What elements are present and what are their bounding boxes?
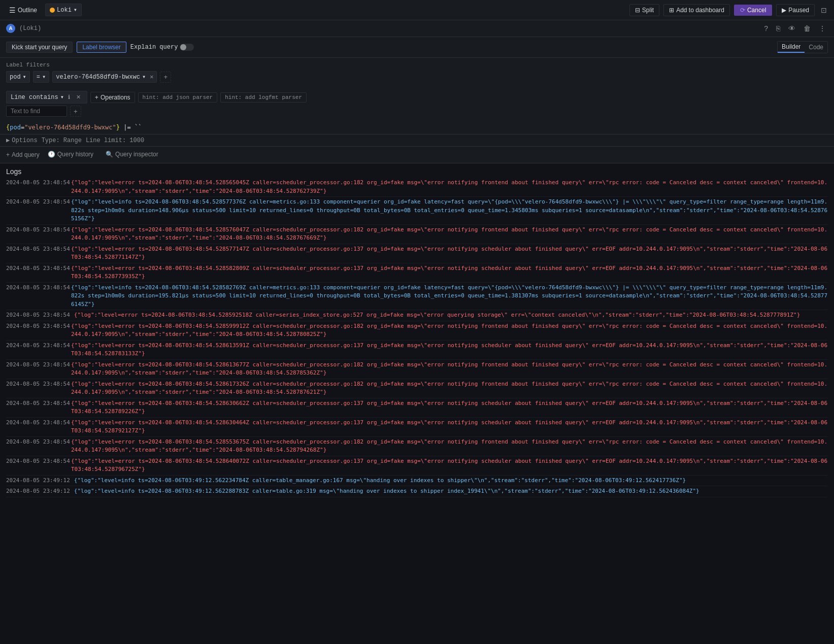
log-entry[interactable]: 2024-08-05 23:48:54{"log":"level=error t… [6, 360, 828, 379]
log-entry[interactable]: 2024-08-05 23:48:54{"log":"level=error t… [6, 341, 828, 360]
query-row-header: A (Loki) ? ⎘ 👁 🗑 ⋮ [0, 20, 834, 37]
options-type: Type: Range [42, 137, 82, 144]
query-tabs: + Add query 🕐 Query history 🔍 Query insp… [0, 146, 834, 163]
hint-logfmt-parser[interactable]: hint: add logfmt parser [220, 92, 307, 103]
query-expression: {pod="velero-764d58dfd9-bwxwc"} |= `` [0, 121, 834, 134]
action-buttons-row: Kick start your query Label browser Expl… [0, 37, 834, 58]
line-contains-badge[interactable]: Line contains ▾ ℹ ✕ [6, 91, 87, 104]
add-to-dashboard-label: Add to dashboard [676, 7, 724, 14]
label-filters-title: Label filters [6, 62, 828, 68]
line-contains-controls: Line contains ▾ ℹ ✕ + Operations hint: a… [6, 91, 307, 104]
line-contains-info-icon[interactable]: ℹ [66, 93, 72, 101]
query-more-icon[interactable]: ⋮ [817, 23, 828, 33]
top-bar-right: ⊟ Split ⊞ Add to dashboard ⟳ Cancel ▶ Pa… [629, 4, 829, 16]
log-entry[interactable]: 2024-08-05 23:48:54{"log":"level=error t… [6, 178, 828, 197]
filter-key-value: pod [10, 74, 21, 81]
fullscreen-button[interactable]: ⊡ [819, 5, 829, 15]
log-text: {"log":"level=error ts=2024-08-06T03:48:… [71, 380, 828, 397]
options-toggle[interactable]: ▶ Options [6, 137, 38, 144]
play-icon: ▶ [782, 7, 786, 14]
add-line-contains-btn[interactable]: + [70, 106, 81, 117]
top-bar: ☰ Outline Loki ▾ ⊟ Split ⊞ Add to dashbo… [0, 0, 834, 20]
split-button[interactable]: ⊟ Split [629, 4, 659, 16]
query-panel: A (Loki) ? ⎘ 👁 🗑 ⋮ Kick start your query… [0, 20, 834, 163]
filter-key-select[interactable]: pod ▾ [6, 71, 30, 83]
filter-operator-select[interactable]: = ▾ [33, 71, 49, 83]
datasource-select[interactable]: Loki ▾ [45, 4, 82, 16]
query-label: A [6, 24, 15, 33]
options-line-limit: Line limit: 1000 [86, 137, 144, 144]
log-time: 2024-08-05 23:48:54 [6, 284, 67, 292]
add-query-button[interactable]: + Add query [6, 151, 40, 158]
log-time: 2024-08-05 23:48:54 [6, 179, 67, 187]
log-entry[interactable]: 2024-08-05 23:48:54{"log":"level=info ts… [6, 283, 828, 311]
outline-button[interactable]: ☰ Outline [5, 4, 41, 16]
add-to-dashboard-button[interactable]: ⊞ Add to dashboard [663, 4, 730, 16]
code-mode-button[interactable]: Code [805, 42, 827, 53]
log-time: 2024-08-05 23:48:54 [6, 438, 67, 447]
chevron-right-icon: ▶ [6, 137, 10, 144]
spinner-icon: ⟳ [740, 7, 745, 14]
log-time: 2024-08-05 23:48:54 [6, 245, 67, 254]
operations-button[interactable]: + Operations [90, 92, 135, 103]
filter-key-chevron: ▾ [23, 73, 26, 81]
filter-value-close-icon[interactable]: ✕ [150, 73, 153, 81]
cancel-button[interactable]: ⟳ Cancel [734, 5, 772, 16]
logs-panel[interactable]: Logs 2024-08-05 23:48:54{"log":"level=er… [0, 163, 834, 559]
label-filters-section: Label filters pod ▾ = ▾ velero-764d58dfd… [0, 58, 834, 87]
query-actions: ? ⎘ 👁 🗑 ⋮ [762, 23, 828, 33]
log-entry[interactable]: 2024-08-05 23:48:54{"log":"level=error t… [6, 225, 828, 244]
expr-pipe: |= `` [120, 124, 142, 131]
log-entry[interactable]: 2024-08-05 23:48:54{"log":"level=error t… [6, 321, 828, 341]
log-entry[interactable]: 2024-08-05 23:48:54{"log":"level=error t… [6, 244, 828, 263]
log-text: {"log":"level=error ts=2024-08-06T03:48:… [71, 264, 828, 281]
log-entry[interactable]: 2024-08-05 23:48:54{"log":"level=info ts… [6, 197, 828, 225]
plus-icon: + [95, 94, 98, 101]
log-entry[interactable]: 2024-08-05 23:48:54{"log":"level=error t… [6, 418, 828, 437]
add-filter-button[interactable]: + [160, 72, 171, 83]
query-duplicate-icon[interactable]: ⎘ [774, 23, 782, 33]
filter-operator-chevron: ▾ [42, 73, 46, 81]
log-text: {"log":"level=error ts=2024-08-06T03:48:… [71, 438, 828, 455]
kick-start-button[interactable]: Kick start your query [6, 42, 73, 53]
query-inspector-tab[interactable]: 🔍 Query inspector [102, 149, 162, 161]
expr-close-brace: } [116, 124, 120, 131]
line-contains-body: Line contains ▾ ℹ ✕ + Operations hint: a… [6, 91, 307, 117]
label-browser-button[interactable]: Label browser [77, 42, 126, 53]
hint-json-parser[interactable]: hint: add json parser [138, 92, 218, 103]
line-contains-label: Line contains [11, 94, 58, 101]
query-inspector-label: Query inspector [115, 151, 158, 158]
builder-mode-button[interactable]: Builder [778, 42, 805, 53]
log-entry[interactable]: 2024-08-05 23:49:12{"log":"level=info ts… [6, 476, 828, 487]
explain-toggle-circle[interactable] [180, 44, 194, 51]
filter-row: pod ▾ = ▾ velero-764d58dfd9-bwxwc ▾ ✕ + [6, 71, 828, 83]
line-contains-close-icon[interactable]: ✕ [74, 93, 83, 101]
log-entry[interactable]: 2024-08-05 23:48:54{"log":"level=error t… [6, 437, 828, 456]
paused-button[interactable]: ▶ Paused [776, 4, 815, 16]
log-entry[interactable]: 2024-08-05 23:48:54{"log":"level=error t… [6, 310, 828, 321]
query-hide-icon[interactable]: 👁 [786, 23, 797, 33]
logs-header: Logs [6, 167, 828, 176]
line-contains-chevron: ▾ [60, 93, 64, 101]
inspector-icon: 🔍 [106, 151, 113, 158]
log-entry[interactable]: 2024-08-05 23:48:54{"log":"level=error t… [6, 263, 828, 283]
log-text: {"log":"level=error ts=2024-08-06T03:48:… [71, 399, 828, 416]
log-entry[interactable]: 2024-08-05 23:49:12{"log":"level=info ts… [6, 486, 828, 497]
log-text: {"log":"level=error ts=2024-08-06T03:48:… [71, 245, 828, 262]
text-to-find-input[interactable] [6, 106, 67, 117]
log-entry[interactable]: 2024-08-05 23:48:54{"log":"level=error t… [6, 398, 828, 418]
query-history-label: Query history [57, 151, 93, 158]
log-entry[interactable]: 2024-08-05 23:48:54{"log":"level=error t… [6, 379, 828, 398]
log-text: {"log":"level=error ts=2024-08-06T03:48:… [71, 322, 828, 339]
query-delete-icon[interactable]: 🗑 [802, 23, 813, 33]
query-history-tab[interactable]: 🕐 Query history [44, 149, 97, 161]
log-entry[interactable]: 2024-08-05 23:48:54{"log":"level=error t… [6, 456, 828, 476]
filter-value-select[interactable]: velero-764d58dfd9-bwxwc ▾ ✕ [52, 71, 157, 83]
log-entries-container: 2024-08-05 23:48:54{"log":"level=error t… [6, 178, 828, 497]
expr-key: pod [10, 124, 21, 131]
history-icon: 🕐 [48, 151, 55, 158]
log-text: {"log":"level=error ts=2024-08-06T03:48:… [71, 179, 828, 195]
explain-query-toggle[interactable]: Explain query [130, 44, 194, 51]
query-help-icon[interactable]: ? [762, 23, 770, 33]
datasource-name: Loki [57, 7, 72, 14]
